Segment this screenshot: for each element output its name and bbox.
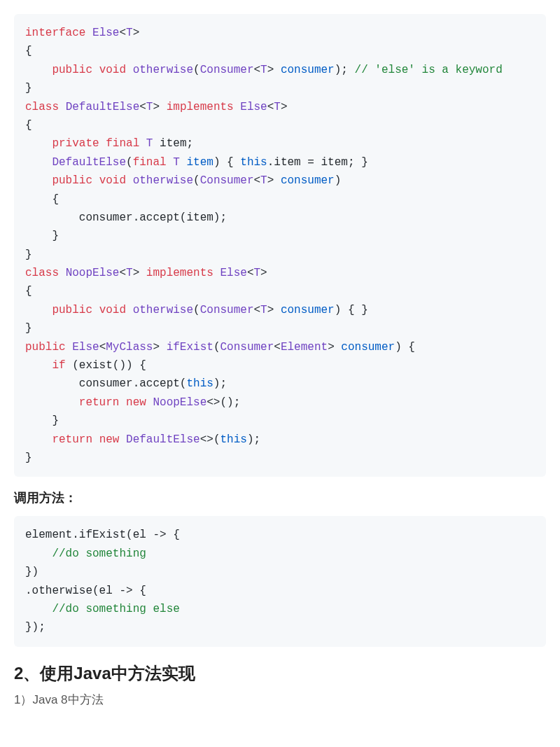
heading-usage: 调用方法： [14, 489, 546, 506]
subsection-1: 1）Java 8中方法 [14, 692, 546, 708]
comment: //do something [52, 547, 146, 560]
comment: // 'else' is a keyword [355, 64, 503, 76]
section-heading-2: 2、使用Java中方法实现 [14, 662, 546, 685]
comment: //do something else [52, 603, 179, 615]
kw-interface: interface [25, 27, 85, 39]
type-else: Else [92, 27, 119, 39]
code-block-2: element.ifExist(el -> { //do something }… [14, 516, 546, 646]
code-block-1: interface Else<T> { public void otherwis… [14, 14, 546, 477]
